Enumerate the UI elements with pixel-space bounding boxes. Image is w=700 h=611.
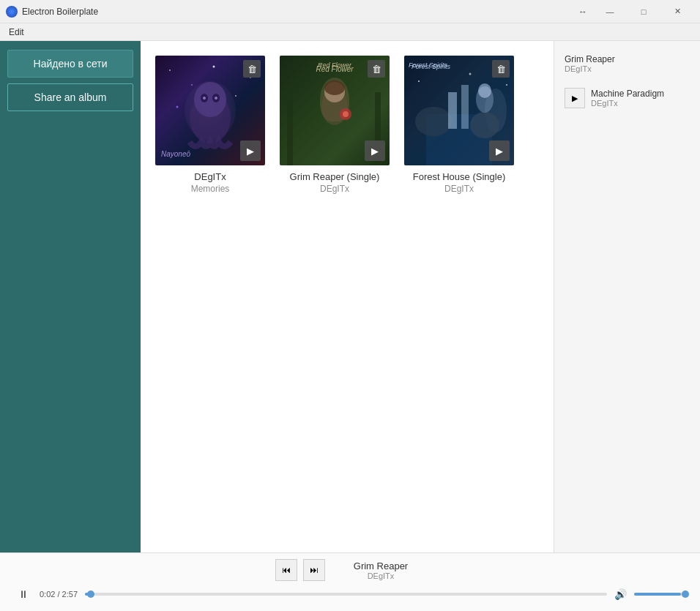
queue-item-info: Machine Paradigm DEgITx: [591, 89, 690, 108]
svg-point-4: [235, 95, 237, 97]
svg-point-31: [469, 73, 472, 75]
player-bottom: ⏸ 0:02 / 2:57 🔊: [15, 585, 685, 603]
svg-point-10: [203, 97, 206, 100]
album-title: Grim Reaper (Single): [280, 171, 390, 182]
progress-fill: [85, 593, 91, 596]
svg-point-5: [176, 106, 179, 108]
queue-item-artist: DEgITx: [565, 64, 690, 73]
album-artist: DEgITx: [404, 184, 514, 194]
window-controls: — □ ✕: [593, 0, 694, 23]
close-button[interactable]: ✕: [660, 0, 694, 23]
progress-bar[interactable]: [85, 593, 607, 596]
queue-item-artist: DEgITx: [591, 99, 690, 108]
menubar: Edit: [0, 23, 700, 41]
maximize-button[interactable]: □: [627, 0, 660, 23]
svg-rect-25: [448, 92, 457, 129]
album-title: DEgITx: [155, 171, 265, 182]
svg-point-23: [415, 107, 452, 136]
prev-button[interactable]: ⏮: [275, 559, 297, 581]
album-delete-button[interactable]: 🗑: [243, 60, 261, 78]
svg-point-32: [506, 84, 507, 86]
album-delete-button[interactable]: 🗑: [368, 60, 385, 78]
resize-icon: ↔: [578, 7, 587, 17]
album-card: Red Flower 🗑 ▶ Grim Reaper (Single) DEgI…: [280, 56, 390, 194]
album-delete-button[interactable]: 🗑: [492, 60, 510, 78]
svg-rect-26: [461, 85, 469, 129]
svg-point-3: [191, 84, 193, 86]
player-track-info: Grim Reaper DEgITx: [337, 561, 425, 580]
album-artist: Memories: [155, 184, 265, 194]
main-container: Найдено в сети Share an album: [0, 41, 700, 552]
svg-point-11: [215, 97, 217, 100]
queue-item-title: Machine Paradigm: [591, 89, 690, 99]
queue-play-button[interactable]: ▶: [565, 88, 585, 108]
album-play-button[interactable]: ▶: [489, 140, 510, 161]
player-track-artist: DEgITx: [337, 571, 425, 580]
album-title: Forest House (Single): [404, 171, 514, 182]
volume-icon: 🔊: [614, 588, 627, 600]
app-title: Electron Boilerplate: [22, 7, 578, 17]
svg-point-19: [343, 111, 349, 117]
svg-point-1: [213, 66, 215, 68]
album-artist: DEgITx: [280, 184, 390, 194]
queue-item[interactable]: Grim Reaper DEgITx: [562, 50, 693, 78]
svg-rect-13: [287, 100, 293, 165]
queue-item-info: Grim Reaper DEgITx: [565, 54, 690, 73]
progress-thumb: [87, 591, 94, 598]
menu-edit[interactable]: Edit: [3, 26, 30, 39]
next-button[interactable]: ⏭: [303, 559, 325, 581]
svg-point-0: [169, 70, 171, 71]
album-card: Forest Spirits 🗑 ▶ Forest House (Single)…: [404, 56, 514, 194]
player-controls: ⏮ ⏭: [275, 559, 325, 581]
app-icon: [6, 6, 18, 18]
minimize-button[interactable]: —: [593, 0, 627, 23]
svg-point-28: [478, 83, 491, 98]
share-album-button[interactable]: Share an album: [7, 83, 133, 111]
album-cover-memories: 🗑 ▶: [155, 56, 265, 165]
volume-thumb: [682, 591, 689, 598]
pause-button[interactable]: ⏸: [15, 585, 32, 603]
svg-text:Red Flower: Red Flower: [316, 65, 354, 73]
player-top: ⏮ ⏭ Grim Reaper DEgITx: [15, 559, 685, 581]
titlebar: Electron Boilerplate ↔ — □ ✕: [0, 0, 700, 23]
svg-text:Forest Spirits: Forest Spirits: [412, 63, 451, 70]
current-time: 0:02 / 2:57: [40, 590, 78, 599]
album-cover-forest: Forest Spirits 🗑 ▶: [404, 56, 514, 165]
content-area: 🗑 ▶ DEgITx Memories: [141, 41, 554, 552]
right-panel: Grim Reaper DEgITx ▶ Machine Paradigm DE…: [554, 41, 700, 552]
svg-point-17: [324, 80, 345, 95]
volume-fill: [634, 593, 681, 596]
queue-item-title: Grim Reaper: [565, 54, 690, 64]
svg-point-7: [194, 82, 226, 117]
found-online-button[interactable]: Найдено в сети: [7, 50, 133, 78]
queue-item[interactable]: ▶ Machine Paradigm DEgITx: [562, 83, 693, 113]
album-play-button[interactable]: ▶: [240, 140, 261, 161]
sidebar: Найдено в сети Share an album: [0, 41, 141, 552]
svg-point-24: [470, 112, 499, 138]
album-cover-grim-reaper: Red Flower 🗑 ▶: [280, 56, 390, 165]
player-track-title: Grim Reaper: [337, 561, 425, 571]
volume-slider[interactable]: [634, 593, 685, 596]
svg-point-30: [418, 80, 420, 82]
albums-grid: 🗑 ▶ DEgITx Memories: [155, 56, 539, 194]
album-card: 🗑 ▶ DEgITx Memories: [155, 56, 265, 194]
player: ⏮ ⏭ Grim Reaper DEgITx ⏸ 0:02 / 2:57 🔊: [0, 552, 700, 611]
album-play-button[interactable]: ▶: [365, 140, 385, 161]
